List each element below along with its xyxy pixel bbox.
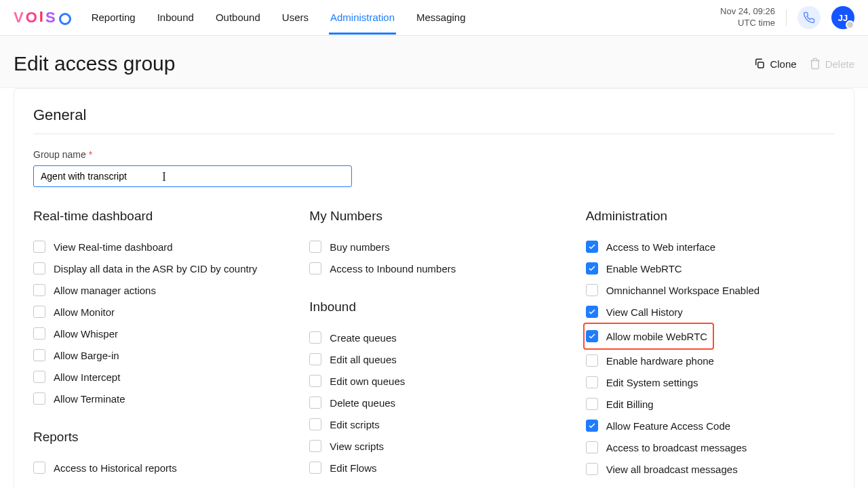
admin-item[interactable]: Omnichannel Workspace Enabled (586, 279, 835, 301)
rtd-item[interactable]: Display all data in the ASR by CID by co… (33, 258, 282, 279)
checkbox[interactable] (33, 284, 45, 296)
header-datetime: Nov 24, 09:26 (720, 6, 775, 18)
nav-tab-outbound[interactable]: Outbound (214, 1, 262, 35)
checkbox[interactable] (586, 463, 598, 475)
delete-label: Delete (825, 58, 854, 70)
checkbox[interactable] (309, 331, 321, 344)
col-admin: Administration Access to Web interfaceEn… (586, 209, 835, 480)
admin-item[interactable]: Access to broadcast messages (586, 436, 835, 458)
checkbox[interactable] (309, 375, 321, 387)
inbound-title: Inbound (309, 300, 558, 314)
rtd-item[interactable]: Allow Barge-in (33, 344, 282, 366)
checkbox[interactable] (33, 349, 45, 361)
inbound-item[interactable]: Edit Flows (309, 457, 558, 479)
clone-label: Clone (770, 58, 796, 70)
mynum-item[interactable]: Buy numbers (309, 236, 558, 258)
mynum-title: My Numbers (309, 209, 558, 224)
rtd-item[interactable]: Allow Monitor (33, 301, 282, 323)
checkbox[interactable] (309, 353, 321, 365)
reports-item[interactable]: Access to Historical reports (33, 457, 282, 479)
checkbox[interactable] (586, 330, 598, 342)
inbound-item[interactable]: Edit scripts (309, 413, 558, 435)
checkbox-label: Enable hardware phone (606, 355, 714, 367)
logo: VOIS (14, 9, 71, 26)
col-rtd: Real-time dashboard View Real-time dashb… (33, 209, 282, 480)
admin-item[interactable]: Allow mobile WebRTC (586, 325, 708, 347)
header-right: Nov 24, 09:26 UTC time JJ (720, 6, 854, 29)
section-divider (33, 134, 835, 134)
group-name-input[interactable] (33, 165, 352, 187)
checkbox[interactable] (33, 327, 45, 340)
phone-button[interactable] (797, 6, 821, 29)
inbound-item[interactable]: Create queues (309, 327, 558, 348)
checkbox-label: Access to Historical reports (54, 462, 177, 474)
inbound-item[interactable]: View scripts (309, 435, 558, 457)
group-name-label: Group name * (33, 149, 835, 160)
checkbox-label: Edit System settings (606, 377, 698, 388)
checkbox-label: Edit all queues (330, 354, 396, 365)
admin-item[interactable]: View Call History (586, 301, 835, 323)
checkbox-label: Delete queues (330, 397, 395, 409)
nav-tab-reporting[interactable]: Reporting (90, 1, 137, 35)
admin-item[interactable]: Allow Feature Access Code (586, 415, 835, 436)
checkbox-label: Access to Web interface (606, 241, 715, 253)
nav-tab-users[interactable]: Users (281, 1, 310, 35)
checkbox[interactable] (309, 462, 321, 474)
checkbox-label: Allow Barge-in (54, 350, 119, 361)
admin-item[interactable]: Access to Web interface (586, 236, 835, 258)
text-cursor-icon: I (162, 170, 166, 184)
checkbox[interactable] (586, 284, 598, 296)
checkbox[interactable] (309, 262, 321, 274)
checkbox[interactable] (33, 392, 45, 405)
checkbox[interactable] (586, 420, 598, 432)
admin-item[interactable]: Edit Billing (586, 393, 835, 415)
required-asterisk: * (89, 149, 92, 160)
inbound-item[interactable]: Edit own queues (309, 370, 558, 392)
checkbox[interactable] (309, 418, 321, 430)
checkbox-label: View Call History (606, 306, 683, 318)
checkbox[interactable] (586, 376, 598, 388)
copy-icon (753, 58, 766, 70)
admin-item[interactable]: View all broadcast messages (586, 458, 835, 480)
checkbox-label: Access to broadcast messages (606, 442, 747, 453)
checkbox[interactable] (33, 262, 45, 274)
checkbox-label: Allow manager actions (54, 285, 156, 296)
mynum-item[interactable]: Access to Inbound numbers (309, 258, 558, 279)
checkbox-label: Allow Whisper (54, 328, 118, 340)
admin-item[interactable]: Edit System settings (586, 371, 835, 393)
header-timezone: UTC time (720, 18, 775, 29)
checkbox[interactable] (33, 462, 45, 474)
nav-tab-messaging[interactable]: Messaging (415, 1, 467, 35)
rtd-item[interactable]: Allow Whisper (33, 323, 282, 344)
checkbox[interactable] (33, 241, 45, 253)
rtd-item[interactable]: Allow Intercept (33, 366, 282, 388)
checkbox[interactable] (586, 306, 598, 318)
rtd-item[interactable]: Allow manager actions (33, 279, 282, 301)
checkbox[interactable] (586, 262, 598, 274)
nav-tab-inbound[interactable]: Inbound (156, 1, 195, 35)
checkbox[interactable] (33, 371, 45, 383)
inbound-item[interactable]: Delete queues (309, 392, 558, 413)
trash-icon (809, 58, 821, 70)
checkbox-label: Edit Flows (330, 462, 376, 474)
checkbox[interactable] (586, 241, 598, 253)
checkbox[interactable] (309, 440, 321, 452)
phone-icon (803, 12, 815, 24)
admin-item[interactable]: Enable hardware phone (586, 350, 835, 371)
avatar[interactable]: JJ (831, 6, 854, 29)
nav-tab-administration[interactable]: Administration (329, 1, 396, 35)
checkbox[interactable] (309, 241, 321, 253)
checkbox[interactable] (586, 441, 598, 453)
clone-button[interactable]: Clone (753, 58, 796, 70)
checkbox[interactable] (33, 306, 45, 318)
checkbox-label: Allow Feature Access Code (606, 420, 730, 432)
rtd-item[interactable]: Allow Terminate (33, 388, 282, 409)
inbound-item[interactable]: Edit all queues (309, 348, 558, 370)
checkbox[interactable] (586, 398, 598, 410)
rtd-item[interactable]: View Real-time dashboard (33, 236, 282, 258)
checkbox-label: Buy numbers (330, 241, 389, 253)
checkbox-label: Omnichannel Workspace Enabled (606, 285, 760, 296)
checkbox[interactable] (586, 354, 598, 367)
admin-item[interactable]: Enable WebRTC (586, 258, 835, 279)
checkbox[interactable] (309, 396, 321, 409)
